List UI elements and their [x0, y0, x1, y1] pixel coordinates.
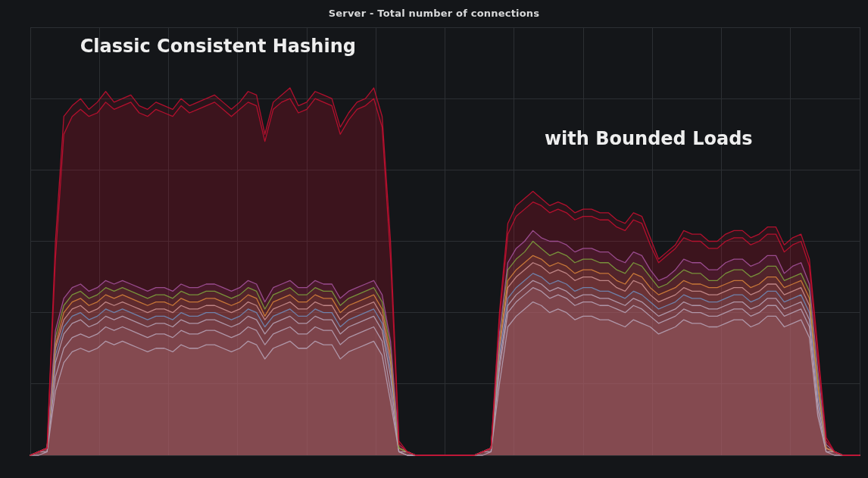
chart-title: Server - Total number of connections	[0, 0, 868, 19]
annotation-right: with Bounded Loads	[545, 128, 753, 149]
chart-svg: 020406080100120Classic Consistent Hashin…	[27, 23, 864, 472]
chart-plot-area: 020406080100120Classic Consistent Hashin…	[27, 23, 864, 472]
annotation-left: Classic Consistent Hashing	[80, 36, 356, 57]
